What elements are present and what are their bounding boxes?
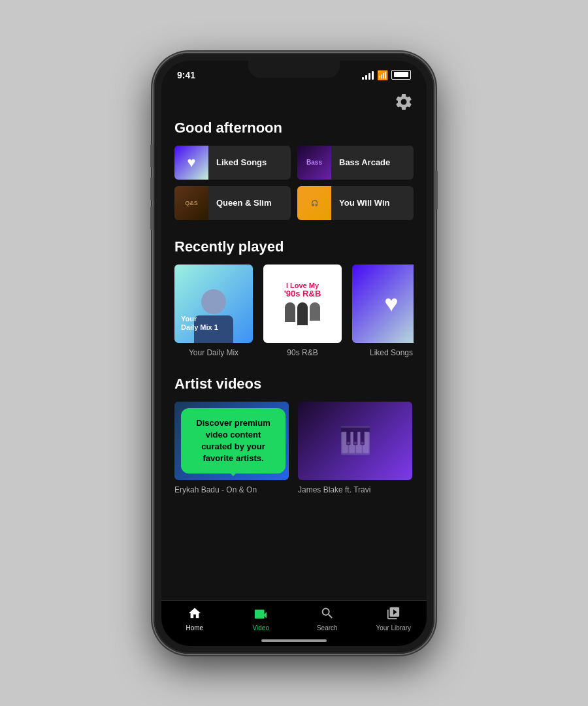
liked-songs-label-2: Liked Songs [352,348,414,357]
liked-songs-label: Liked Songs [208,157,274,167]
notch [248,61,340,78]
quick-item-liked-songs[interactable]: ♥ Liked Songs [174,146,291,180]
queen-slim-label: Queen & Slim [208,198,280,208]
erykah-label: Erykah Badu - On & On [174,485,289,494]
james-label: James Blake ft. Travi [298,485,412,494]
erykah-thumb: 🎤 Discover premium video content curated… [174,402,289,480]
you-will-win-label: You Will Win [331,198,398,208]
daily-mix-text: YourDaily Mix 1 [181,315,218,332]
heart-icon: ♥ [384,290,398,317]
quick-item-queen-slim[interactable]: Q&S Queen & Slim [174,186,291,220]
rnb-label: 90s R&B [263,348,342,357]
bass-arcade-label: Bass Arcade [331,157,398,167]
greeting-title: Good afternoon [174,120,414,136]
james-thumb: 🎹 [298,402,412,480]
home-icon [188,606,202,622]
phone-screen: 9:41 📶 [161,61,427,646]
recently-item-liked[interactable]: ♥ Liked Songs [352,265,414,357]
phone-frame: 9:41 📶 [154,53,434,654]
search-label: Search [317,624,338,632]
recently-played-title: Recently played [174,238,414,255]
signal-icon [362,71,374,80]
video-item-james[interactable]: 🎹 James Blake ft. Travi [298,402,412,494]
nav-item-library[interactable]: Your Library [361,606,427,632]
liked-songs-thumb: ♥ [174,146,208,180]
you-will-win-thumb: 🎧 [297,186,331,220]
battery-icon [391,70,411,80]
recently-item-daily-mix[interactable]: YourDaily Mix 1 Your Daily Mix [174,265,253,357]
video-icon [253,606,268,622]
status-icons: 📶 [362,70,411,80]
quick-item-you-will-win[interactable]: 🎧 You Will Win [297,186,414,220]
wifi-icon: 📶 [377,70,388,80]
daily-mix-label: Your Daily Mix [174,348,253,357]
daily-mix-thumb: YourDaily Mix 1 [174,265,253,343]
nav-item-search[interactable]: Search [294,606,361,632]
nav-item-video[interactable]: Video [228,606,295,632]
video-item-erykah[interactable]: 🎤 Discover premium video content curated… [174,402,289,494]
artist-videos-row: 🎤 Discover premium video content curated… [174,402,414,494]
recently-item-rnb[interactable]: I Love My'90s R&B 90s R&B [263,265,342,357]
liked-songs-thumb-2: ♥ [352,265,414,343]
status-time: 9:41 [177,70,195,80]
search-icon [320,606,335,622]
tooltip-bubble: Discover premium video content curated b… [181,408,286,474]
quick-item-bass-arcade[interactable]: Bass Bass Arcade [297,146,414,180]
recently-played-row: YourDaily Mix 1 Your Daily Mix I Love My… [174,265,414,357]
home-label: Home [186,624,203,632]
queen-slim-thumb: Q&S [174,186,208,220]
james-figure: 🎹 [339,425,372,456]
quick-access-grid: ♥ Liked Songs Bass Bass Arcade Q&S Queen… [174,146,414,220]
rnb-thumb: I Love My'90s R&B [263,265,342,343]
home-indicator [261,639,327,642]
video-label: Video [253,624,269,632]
library-label: Your Library [376,624,411,632]
bass-arcade-thumb: Bass [297,146,331,180]
library-icon [386,606,400,622]
gear-icon[interactable] [394,92,414,112]
artist-videos-title: Artist videos [174,376,414,393]
nav-item-home[interactable]: Home [161,606,228,632]
settings-row [174,92,414,112]
app-scroll-area: Good afternoon ♥ Liked Songs Bass Bass A… [161,86,427,600]
